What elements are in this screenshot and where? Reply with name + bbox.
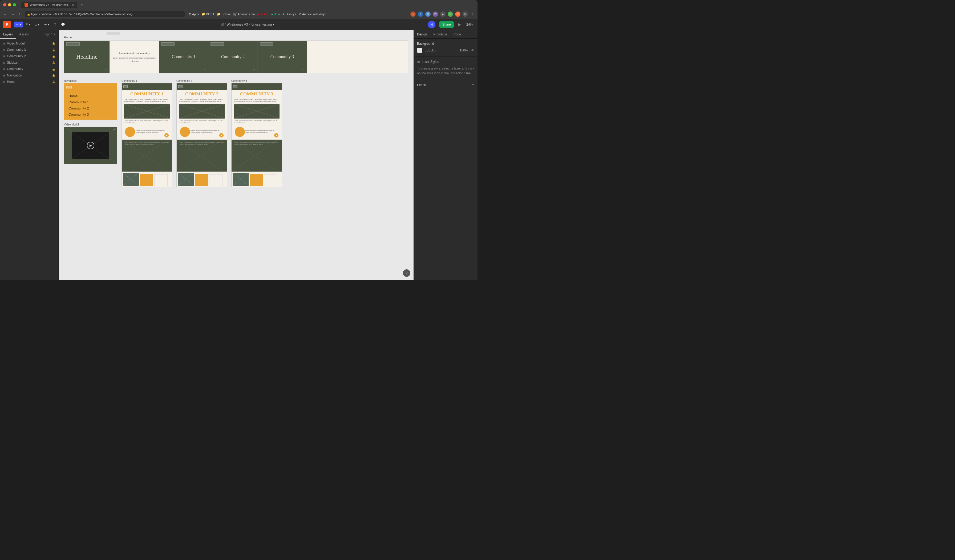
help-button[interactable]: ? (403, 269, 410, 277)
reload-button[interactable]: ↻ (17, 12, 23, 17)
video-player[interactable]: ▶ (72, 132, 109, 159)
comm3-page-header (232, 83, 282, 90)
layer-community1[interactable]: ⊞ Community 1 🔒 (0, 66, 58, 72)
tab-code[interactable]: Code (450, 30, 465, 38)
breadcrumb-all[interactable]: all (220, 23, 224, 27)
bookmark-amazon[interactable]: 🛒 Amazon.com (233, 13, 255, 16)
tab-assets[interactable]: Assets (16, 30, 32, 39)
frame-intentional[interactable]: in·ten·tion·al com·mu·ni·ty Lorem ipsum … (110, 41, 159, 73)
export-add-button[interactable]: + (471, 82, 474, 88)
tab-layers[interactable]: Layers (0, 30, 16, 39)
url-bar[interactable]: 🔒 figma.com/file/vBo6Sf2B7aUfVePHUQw3WZ/… (25, 11, 185, 17)
user-menu-icon[interactable]: N (463, 11, 468, 17)
comm1-card-dark1 (123, 173, 139, 186)
move-tool[interactable]: ↖ ▾ (14, 22, 23, 27)
forward-button[interactable]: → (10, 12, 16, 17)
extension-icon-5[interactable]: ◈ (440, 11, 446, 17)
share-button[interactable]: Share (439, 21, 454, 28)
extension-icon-7[interactable]: P (455, 11, 460, 17)
comm1-cross (124, 104, 170, 119)
extension-icon-3[interactable]: 🖼 (425, 11, 431, 17)
bookmark-school[interactable]: 📁 School (217, 13, 230, 16)
extension-icon-6[interactable]: N (448, 11, 453, 17)
extension-icon-4[interactable]: W (433, 11, 438, 17)
nav-frame-container[interactable]: □ Home Community 1 Community 2 Community… (64, 83, 117, 120)
tab-title: Wireframes V3 - for user testi... (30, 3, 70, 6)
project-dropdown-icon[interactable]: ▾ (273, 23, 274, 27)
tab-close-button[interactable]: ✕ (72, 3, 74, 6)
bookmark-netflix[interactable]: ▶ Netflix (257, 13, 269, 16)
comm2-card-light (209, 174, 222, 186)
comm3-card-orange (250, 174, 263, 186)
canvas[interactable]: Home Headline → i (59, 30, 413, 280)
comm1-body-text: Lorem ipsum dolor sit amet, consectetur … (124, 98, 170, 103)
comm1-play-btn[interactable]: ▶ (164, 133, 169, 138)
comm3-label: Community 3 (231, 80, 282, 82)
maximize-button[interactable] (13, 3, 16, 6)
background-color-swatch[interactable] (417, 48, 422, 53)
export-section: Export + (414, 79, 478, 91)
extension-icon-1[interactable]: ◎ (410, 11, 416, 17)
figma-logo[interactable]: F (3, 21, 11, 28)
bookmarks-bar: ⊞ Apps 📁 DOSA 📁 School 🛒 Amazon.com ▶ Ne… (189, 13, 329, 16)
present-button[interactable]: ▶ (456, 22, 463, 27)
frame-community1-top[interactable]: Community 1 → (159, 41, 208, 73)
comm2-page-frame[interactable]: COMMUNITY 2 Lorem ipsum dolor sit amet, … (176, 83, 227, 187)
new-tab-button[interactable]: + (80, 2, 83, 7)
nav-items-container: Home Community 1 Community 2 Community 3 (64, 91, 117, 120)
tab-design[interactable]: Design (414, 30, 430, 38)
visibility-toggle[interactable]: 👁 (471, 48, 474, 52)
comment-tool[interactable]: 💬 (59, 22, 67, 27)
comm1-label: Community 1 (122, 80, 172, 82)
browser-tab[interactable]: Wireframes V3 - for user testi... ✕ (21, 2, 77, 8)
layer-video-modul[interactable]: ⊞ Video Modul 🔒 (0, 40, 58, 47)
project-name[interactable]: Wireframes V3 - for user testing (227, 23, 272, 27)
nav-item-comm2[interactable]: Community 2 (69, 106, 113, 110)
bookmark-archive[interactable]: ⊙ Archive with Wayb... (299, 13, 329, 16)
back-button[interactable]: ← (2, 12, 8, 17)
tab-prototype[interactable]: Prototype (430, 30, 450, 38)
bookmark-dosa[interactable]: 📁 DOSA (202, 13, 214, 16)
zoom-level[interactable]: 24% (465, 23, 474, 27)
bookmark-disney[interactable]: ✦ Disney+ (282, 13, 296, 16)
extension-icon-2[interactable]: ƒ (418, 11, 423, 17)
frame-community3-top[interactable]: Community 3 → (257, 41, 307, 73)
frame-headline[interactable]: Headline → (64, 41, 110, 73)
layer-community2[interactable]: ⊞ Community 2 🔒 (0, 53, 58, 59)
close-button[interactable] (3, 3, 6, 6)
menu-button[interactable]: ⋮ (470, 11, 475, 17)
user-avatar[interactable]: N (428, 21, 435, 28)
frame-community2-top[interactable]: Community 2 → (208, 41, 257, 73)
comm1-card-light (154, 174, 168, 186)
nav-item-home[interactable]: Home (69, 94, 113, 98)
comm1-page-frame[interactable]: COMMUNITY 1 Lorem ipsum dolor sit amet, … (122, 83, 172, 187)
bookmark-hulu[interactable]: ● Hulu (271, 13, 280, 16)
comm3-play-btn[interactable]: ▶ (274, 133, 279, 138)
frame-tool[interactable]: # ▾ (24, 22, 32, 27)
nav-item-comm1[interactable]: Community 1 (69, 100, 113, 104)
layer-sidebar[interactable]: ⊞ Sidebar 🔒 (0, 59, 58, 66)
page-selector[interactable]: Page 1 ▾ (40, 30, 58, 39)
comm2-page-section: Community 2 COMMUNITY 2 Lorem ipsum dolo… (176, 80, 227, 187)
play-icon[interactable]: ▶ (87, 142, 94, 149)
minimize-button[interactable] (8, 3, 11, 6)
text-tool[interactable]: T (52, 22, 58, 27)
lock-icon-comm2: 🔒 (52, 55, 55, 58)
layer-navigation[interactable]: ⊞ Navigation 🔒 (0, 72, 58, 78)
video-frame[interactable]: ✕ ▶ (64, 127, 117, 164)
nav-item-comm3[interactable]: Community 3 (69, 113, 113, 116)
comm2-play-btn[interactable]: ▶ (219, 133, 224, 138)
shape-tool[interactable]: □ ▾ (33, 22, 42, 27)
layer-community3[interactable]: ⊞ Community 3 🔒 (0, 47, 58, 53)
background-color-value: E5E5E5 (424, 48, 436, 52)
comm3-page-body: Lorem ipsum dolor sit amet, consectetur … (232, 97, 282, 139)
layer-home[interactable]: ⊞ Home 🔒 (0, 78, 58, 85)
bookmark-apps[interactable]: ⊞ Apps (189, 13, 199, 16)
home-frame-row[interactable]: Headline → in·ten·tion·al com·mu·ni·ty L… (64, 41, 408, 73)
comm1-top-text: Community 1 (172, 54, 195, 59)
layer-name-comm2: Community 2 (7, 54, 50, 58)
pen-tool[interactable]: ✒ ▾ (42, 22, 52, 27)
nav-logo-box: □ (66, 86, 72, 88)
comm2-dark-cross (177, 139, 227, 172)
comm3-page-frame[interactable]: COMMUNITY 3 Lorem ipsum dolor sit amet, … (231, 83, 282, 187)
